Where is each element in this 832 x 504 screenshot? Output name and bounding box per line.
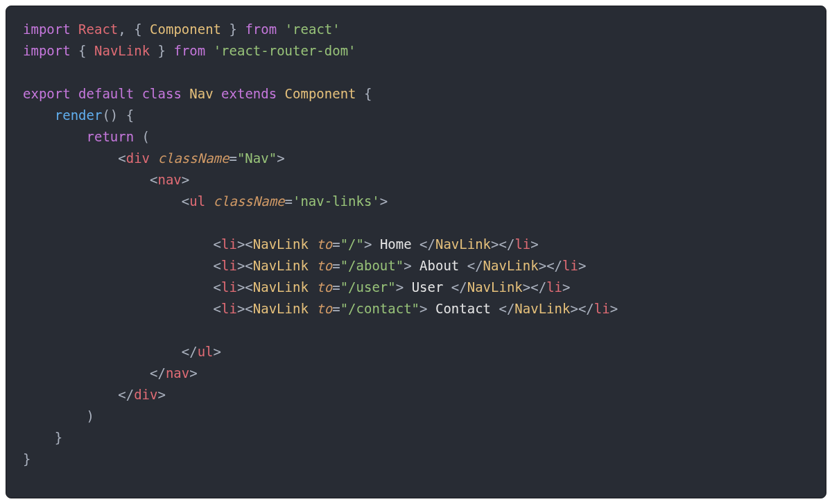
code-line-2: import { NavLink } from 'react-router-do… — [23, 43, 356, 58]
tag-navlink: NavLink — [253, 236, 309, 252]
code-line-li4: <li><NavLink to="/contact"> Contact </Na… — [23, 301, 618, 316]
tag-li-close: li — [514, 236, 530, 252]
attr-to: to — [316, 301, 332, 316]
str-navlinks: 'nav-links' — [293, 193, 380, 209]
kw-class: class — [142, 86, 182, 101]
tag-navlink: NavLink — [253, 258, 309, 273]
kw-default: default — [78, 86, 134, 101]
lparen: ( — [142, 129, 150, 144]
tag-navlink-close: NavLink — [483, 258, 539, 273]
class-nav: Nav — [189, 86, 213, 101]
str-contact: "/contact" — [340, 301, 419, 316]
code-line-9: <ul className='nav-links'> — [23, 193, 388, 209]
tag-nav: nav — [157, 172, 181, 187]
angle: > — [182, 172, 189, 187]
rbrace: } — [55, 430, 62, 445]
eq: = — [229, 150, 236, 166]
eq: = — [285, 193, 293, 209]
kw-extends: extends — [221, 86, 277, 101]
tag-li: li — [221, 258, 237, 273]
str-rrd: 'react-router-dom' — [214, 43, 356, 58]
text-about: About — [412, 258, 467, 273]
attr-to: to — [316, 236, 332, 252]
class-component: Component — [285, 86, 356, 101]
attr-to: to — [316, 258, 332, 273]
tag-ul: ul — [189, 193, 205, 209]
code-line-close-nav: </nav> — [23, 365, 198, 381]
code-line-close-ul: </ul> — [23, 344, 221, 359]
code-line-close-paren: ) — [23, 408, 94, 424]
tag-navlink: NavLink — [253, 301, 309, 316]
rparen: ) — [87, 408, 94, 424]
tag-div-close: div — [134, 387, 157, 402]
tag-nav-close: nav — [166, 365, 189, 381]
code-block: import React, { Component } from 'react'… — [6, 6, 826, 498]
str-about: "/about" — [340, 258, 404, 273]
fn-render: render — [55, 107, 103, 123]
lbrace: { — [364, 86, 372, 101]
rbrace: } — [23, 451, 31, 467]
tag-li: li — [221, 236, 237, 252]
str-nav: "Nav" — [237, 150, 277, 166]
tag-navlink-close: NavLink — [514, 301, 570, 316]
code-line-close-brace1: } — [23, 430, 62, 445]
code-line-1: import React, { Component } from 'react' — [23, 21, 340, 37]
lbrace: { — [126, 107, 134, 123]
kw-from: from — [173, 43, 205, 58]
lbrace: { — [134, 21, 141, 37]
code-line-li1: <li><NavLink to="/"> Home </NavLink></li… — [23, 236, 539, 252]
kw-return: return — [87, 129, 135, 144]
code-line-close-div: </div> — [23, 387, 166, 402]
code-line-5: render() { — [23, 107, 134, 123]
text-contact: Contact — [428, 301, 499, 316]
ident-component: Component — [150, 21, 221, 37]
attr-classname: className — [158, 150, 229, 166]
tag-li-close: li — [594, 301, 610, 316]
tag-navlink-close: NavLink — [467, 279, 523, 295]
angle: > — [380, 193, 388, 209]
rbrace: } — [158, 43, 166, 58]
code-line-7: <div className="Nav"> — [23, 150, 285, 166]
code-line-4: export default class Nav extends Compone… — [23, 86, 372, 101]
ident-navlink: NavLink — [94, 43, 150, 58]
attr-classname: className — [214, 193, 285, 209]
str-user: "/user" — [340, 279, 396, 295]
angle: > — [277, 150, 284, 166]
tag-navlink-close: NavLink — [435, 236, 491, 252]
angle: < — [150, 172, 157, 187]
code-line-li2: <li><NavLink to="/about"> About </NavLin… — [23, 258, 586, 273]
angle: < — [182, 193, 189, 209]
ident-react: React — [78, 21, 118, 37]
tag-div: div — [126, 150, 150, 166]
text-user: User — [404, 279, 451, 295]
code-line-6: return ( — [23, 129, 150, 144]
tag-li: li — [221, 301, 237, 316]
kw-import: import — [23, 43, 71, 58]
angle: < — [118, 150, 125, 166]
kw-import: import — [23, 21, 71, 37]
str-home: "/" — [340, 236, 364, 252]
kw-export: export — [23, 86, 71, 101]
tag-li: li — [221, 279, 237, 295]
str-react: 'react' — [285, 21, 340, 37]
code-line-8: <nav> — [23, 172, 189, 187]
rbrace: } — [229, 21, 237, 37]
code-line-li3: <li><NavLink to="/user"> User </NavLink>… — [23, 279, 571, 295]
lbrace: { — [78, 43, 86, 58]
comma: , — [118, 21, 125, 37]
kw-from: from — [245, 21, 277, 37]
code-line-close-brace2: } — [23, 451, 31, 467]
tag-li-close: li — [546, 279, 562, 295]
text-home: Home — [372, 236, 419, 252]
tag-ul-close: ul — [198, 344, 214, 359]
attr-to: to — [316, 279, 332, 295]
tag-navlink: NavLink — [253, 279, 309, 295]
parens: () — [102, 107, 118, 123]
tag-li-close: li — [562, 258, 578, 273]
